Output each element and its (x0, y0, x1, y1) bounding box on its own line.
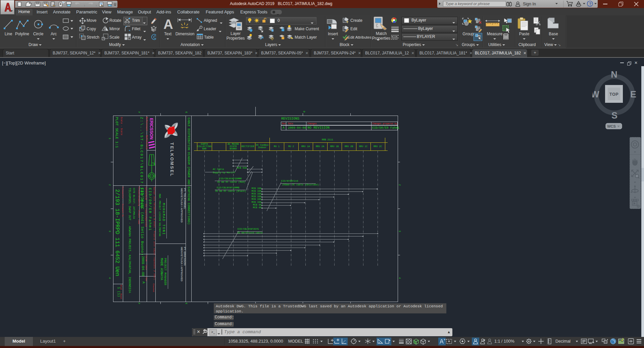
svg-text:1:1 / 100%: 1:1 / 100% (494, 339, 514, 344)
svg-text:Decimal: Decimal (555, 339, 571, 344)
svg-text:A: A (163, 17, 173, 32)
svg-text:?: ? (589, 2, 591, 6)
